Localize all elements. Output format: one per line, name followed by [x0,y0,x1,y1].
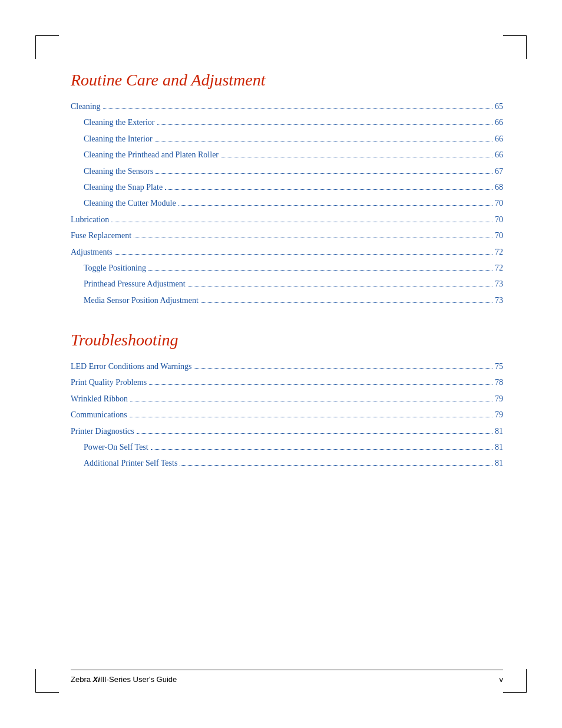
toc-link[interactable]: Printer Diagnostics [71,425,134,438]
toc-link[interactable]: Fuse Replacement [71,229,131,242]
toc-entry: Printhead Pressure Adjustment73 [71,278,503,291]
toc-dots [130,417,492,417]
toc-entry: Cleaning the Snap Plate68 [71,181,503,194]
toc-entry: Cleaning the Printhead and Platen Roller… [71,149,503,162]
toc-dots [149,384,492,385]
toc-dots [180,465,492,466]
section-title-troubleshooting: Troubleshooting [71,331,503,350]
toc-dots [156,173,492,174]
toc-page-number: 81 [495,425,503,438]
toc-link[interactable]: Additional Printer Self Tests [84,457,177,470]
toc-entry: Cleaning the Cutter Module70 [71,197,503,210]
toc-entry: Communications79 [71,409,503,421]
toc-entry: Cleaning the Exterior66 [71,116,503,129]
corner-mark-bottom-right-h [503,692,527,693]
footer-left-text: Zebra XiIII-Series User's Guide [71,675,177,684]
toc-entry: LED Error Conditions and Warnings75 [71,360,503,373]
toc-link[interactable]: Print Quality Problems [71,376,147,389]
toc-page-number: 70 [495,197,503,210]
corner-mark-top-left-h [35,35,59,36]
toc-entry: Cleaning the Sensors67 [71,165,503,178]
toc-entry: Power-On Self Test81 [71,441,503,454]
toc-dots [103,108,492,109]
corner-mark-bottom-left [35,669,36,693]
toc-entry: Print Quality Problems78 [71,376,503,389]
page: Routine Care and AdjustmentCleaning65Cle… [0,0,562,728]
toc-link[interactable]: Communications [71,409,127,421]
toc-link[interactable]: Cleaning the Interior [84,133,153,146]
toc-entry: Wrinkled Ribbon79 [71,393,503,406]
toc-link[interactable]: Power-On Self Test [84,441,148,454]
corner-mark-top-left [35,35,36,59]
toc-link[interactable]: Wrinkled Ribbon [71,393,128,406]
toc-dots [165,189,492,190]
toc-page-number: 81 [495,457,503,470]
corner-mark-bottom-left-h [35,692,59,693]
corner-mark-bottom-right [526,669,527,693]
toc-dots [178,205,492,206]
toc-link[interactable]: Printhead Pressure Adjustment [84,278,186,291]
toc-dots [130,401,492,401]
toc-page-number: 78 [495,376,503,389]
toc-page-number: 73 [495,278,503,291]
toc-page-number: 72 [495,262,503,275]
toc-entry: Cleaning65 [71,100,503,113]
toc-page-number: 79 [495,393,503,406]
toc-dots [221,157,492,157]
toc-page-number: 75 [495,360,503,373]
toc-dots [111,222,492,222]
toc-container: Routine Care and AdjustmentCleaning65Cle… [71,71,503,470]
toc-page-number: 70 [495,213,503,226]
toc-link[interactable]: Lubrication [71,213,109,226]
toc-link[interactable]: Media Sensor Position Adjustment [84,294,199,307]
toc-page-number: 70 [495,229,503,242]
toc-entry: Cleaning the Interior66 [71,133,503,146]
toc-dots [188,286,492,286]
toc-dots [115,254,492,255]
toc-link[interactable]: Cleaning the Cutter Module [84,197,176,210]
toc-entry: Additional Printer Self Tests81 [71,457,503,470]
toc-link[interactable]: Cleaning the Exterior [84,116,155,129]
toc-dots [148,270,492,271]
toc-page-number: 66 [495,149,503,162]
toc-entry: Printer Diagnostics81 [71,425,503,438]
toc-link[interactable]: Cleaning the Sensors [84,165,153,178]
toc-page-number: 72 [495,246,503,259]
toc-dots [157,124,492,125]
toc-page-number: 73 [495,294,503,307]
toc-dots [137,433,492,434]
toc-link[interactable]: Cleaning the Printhead and Platen Roller [84,149,219,162]
toc-dots [155,141,492,141]
toc-entry: Adjustments72 [71,246,503,259]
footer: Zebra XiIII-Series User's Guide v [71,670,503,684]
toc-link[interactable]: Cleaning [71,100,101,113]
corner-mark-top-right-h [503,35,527,36]
toc-page-number: 65 [495,100,503,113]
toc-link[interactable]: Adjustments [71,246,113,259]
corner-mark-top-right [526,35,527,59]
toc-dots [151,449,492,450]
footer-page-number: v [500,675,504,684]
toc-page-number: 81 [495,441,503,454]
toc-dots [201,302,492,303]
toc-page-number: 66 [495,116,503,129]
toc-dots [194,368,492,369]
toc-entry: Fuse Replacement70 [71,229,503,242]
toc-link[interactable]: LED Error Conditions and Warnings [71,360,191,373]
toc-link[interactable]: Toggle Positioning [84,262,146,275]
toc-page-number: 68 [495,181,503,194]
toc-section-routine-care: Cleaning65Cleaning the Exterior66Cleanin… [71,100,503,307]
toc-entry: Toggle Positioning72 [71,262,503,275]
toc-page-number: 66 [495,133,503,146]
toc-page-number: 79 [495,409,503,421]
toc-link[interactable]: Cleaning the Snap Plate [84,181,163,194]
toc-page-number: 67 [495,165,503,178]
section-title-routine-care: Routine Care and Adjustment [71,71,503,90]
toc-section-troubleshooting: LED Error Conditions and Warnings75Print… [71,360,503,470]
toc-entry: Lubrication70 [71,213,503,226]
toc-entry: Media Sensor Position Adjustment73 [71,294,503,307]
toc-dots [134,238,492,238]
